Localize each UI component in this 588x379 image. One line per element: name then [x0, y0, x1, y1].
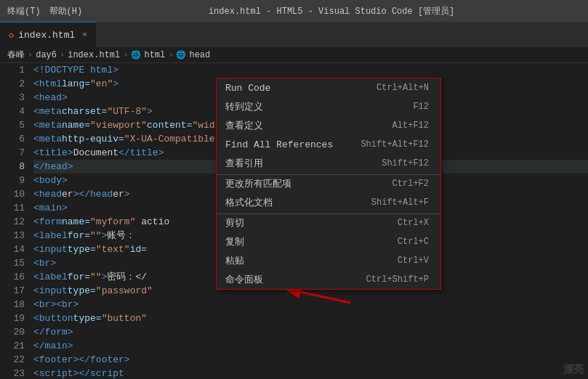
line-num-23: 23: [0, 367, 25, 379]
line-num-11: 11: [0, 201, 25, 215]
menu-item-4[interactable]: 查看引用Shift+F12: [217, 154, 440, 173]
menu-terminal[interactable]: 终端(T): [7, 5, 41, 17]
menu-shortcut-9: Ctrl+V: [398, 256, 429, 266]
menu-label-2: 查看定义: [225, 119, 263, 132]
menu-item-7[interactable]: 剪切Ctrl+X: [217, 213, 440, 232]
code-line-20: </form>: [33, 325, 588, 339]
menu-shortcut-3: Shift+Alt+F12: [361, 139, 429, 150]
context-menu[interactable]: Run CodeCtrl+Alt+N转到定义F12查看定义Alt+F12Find…: [216, 78, 441, 290]
editor: 123456789101112131415161718192021222324 …: [0, 63, 588, 379]
line-num-5: 5: [0, 118, 25, 132]
menu-item-8[interactable]: 复制Ctrl+C: [217, 232, 440, 251]
menu-shortcut-10: Ctrl+Shift+P: [366, 274, 429, 285]
watermark: 漂亮: [563, 363, 584, 376]
menu-shortcut-6: Shift+Alt+F: [371, 197, 429, 208]
line-num-3: 3: [0, 91, 25, 105]
line-num-12: 12: [0, 215, 25, 229]
menu-shortcut-1: F12: [413, 102, 429, 112]
tab-close-button[interactable]: ×: [82, 30, 87, 39]
code-line-21: </main>: [33, 339, 588, 353]
line-num-14: 14: [0, 243, 25, 256]
menu-label-6: 格式化文档: [225, 196, 273, 209]
menu-shortcut-7: Ctrl+X: [398, 218, 429, 228]
line-num-21: 21: [0, 339, 25, 353]
menu-item-2[interactable]: 查看定义Alt+F12: [217, 116, 440, 135]
code-line-22: <footer></footer>: [33, 353, 588, 367]
menu-item-9[interactable]: 粘贴Ctrl+V: [217, 251, 440, 270]
line-num-20: 20: [0, 325, 25, 339]
breadcrumb-root[interactable]: 春峰: [7, 49, 25, 61]
line-num-18: 18: [0, 298, 25, 311]
menu-item-1[interactable]: 转到定义F12: [217, 97, 440, 116]
menu-item-10[interactable]: 命令面板Ctrl+Shift+P: [217, 270, 440, 289]
menu-label-0: Run Code: [225, 83, 270, 94]
menu-label-5: 更改所有匹配项: [225, 177, 291, 190]
titlebar-menus: 终端(T) 帮助(H): [7, 5, 82, 17]
line-num-7: 7: [0, 146, 25, 160]
menu-help[interactable]: 帮助(H): [49, 5, 83, 17]
menu-item-6[interactable]: 格式化文档Shift+Alt+F: [217, 193, 440, 212]
menu-shortcut-5: Ctrl+F2: [392, 179, 429, 189]
code-content[interactable]: <!DOCTYPE html> <html lang="en"> <head> …: [31, 63, 588, 379]
line-num-22: 22: [0, 353, 25, 367]
line-num-10: 10: [0, 187, 25, 201]
line-num-13: 13: [0, 229, 25, 243]
menu-label-1: 转到定义: [225, 100, 263, 113]
menu-item-0[interactable]: Run CodeCtrl+Alt+N: [217, 78, 440, 97]
tab-file-icon: ◇: [9, 30, 14, 41]
menu-label-4: 查看引用: [225, 157, 263, 170]
breadcrumb-day6[interactable]: day6: [36, 50, 57, 60]
code-line-1: <!DOCTYPE html>: [33, 63, 588, 77]
line-num-17: 17: [0, 284, 25, 298]
line-num-19: 19: [0, 311, 25, 325]
menu-shortcut-4: Shift+F12: [382, 158, 429, 168]
menu-label-7: 剪切: [225, 216, 244, 229]
line-num-9: 9: [0, 174, 25, 187]
line-num-8: 8: [0, 160, 25, 174]
breadcrumb-html[interactable]: html: [144, 50, 165, 60]
menu-shortcut-2: Alt+F12: [392, 121, 429, 131]
menu-item-5[interactable]: 更改所有匹配项Ctrl+F2: [217, 174, 440, 193]
line-numbers: 123456789101112131415161718192021222324: [0, 63, 31, 379]
breadcrumb-head[interactable]: head: [189, 50, 210, 60]
code-line-23: <script></script: [33, 367, 588, 379]
code-line-18: <br><br>: [33, 298, 588, 311]
line-num-6: 6: [0, 132, 25, 146]
breadcrumb-file[interactable]: index.html: [68, 50, 120, 60]
menu-label-3: Find All References: [225, 139, 333, 150]
menu-label-10: 命令面板: [225, 273, 263, 286]
titlebar-title: index.html - HTML5 - Visual Studio Code …: [82, 5, 581, 17]
tab-index-html[interactable]: ◇ index.html ×: [0, 22, 96, 47]
menu-item-3[interactable]: Find All ReferencesShift+Alt+F12: [217, 135, 440, 154]
menu-shortcut-0: Ctrl+Alt+N: [376, 83, 429, 93]
line-num-1: 1: [0, 63, 25, 77]
menu-shortcut-8: Ctrl+C: [398, 237, 429, 247]
breadcrumb: 春峰 › day6 › index.html › 🌐 html › 🌐 head: [0, 47, 588, 63]
tab-label: index.html: [18, 30, 75, 41]
menu-label-8: 复制: [225, 235, 244, 248]
menu-label-9: 粘贴: [225, 254, 244, 267]
code-line-19: <button type="button": [33, 311, 588, 325]
tabbar: ◇ index.html ×: [0, 22, 588, 47]
line-num-16: 16: [0, 270, 25, 284]
line-num-2: 2: [0, 77, 25, 91]
line-num-4: 4: [0, 105, 25, 118]
titlebar: 终端(T) 帮助(H) index.html - HTML5 - Visual …: [0, 0, 588, 22]
line-num-15: 15: [0, 256, 25, 270]
